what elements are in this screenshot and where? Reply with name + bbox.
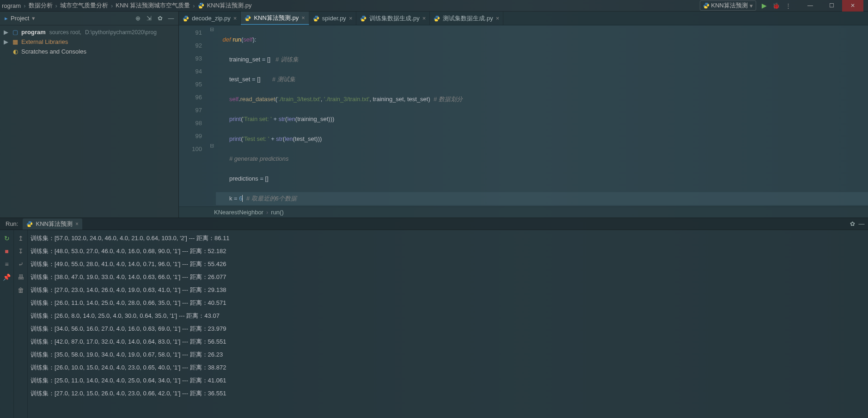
breadcrumb-item[interactable]: 城市空气质量分析 xyxy=(60,1,108,10)
code-line: predictions = [] xyxy=(216,172,868,185)
bug-icon: 🐞 xyxy=(772,2,780,9)
breadcrumb-item[interactable]: 数据分析 xyxy=(29,1,53,10)
soft-wrap-button[interactable]: ⤶ xyxy=(14,258,27,271)
minimize-button[interactable]: — xyxy=(800,0,821,12)
run-tab[interactable]: KNN算法预测 × xyxy=(23,218,82,230)
more-run-button[interactable]: ⋮ xyxy=(784,1,792,10)
line-number: 93 xyxy=(179,52,202,65)
layout-button[interactable]: ≡ xyxy=(0,258,13,271)
pin-button[interactable]: 📌 xyxy=(0,271,13,284)
python-file-icon xyxy=(703,2,709,9)
code-line: print('Test set: ' + str(len(test_set))) xyxy=(216,133,868,145)
close-icon[interactable]: × xyxy=(301,14,305,21)
window-buttons: — ☐ ✕ xyxy=(800,0,863,12)
project-view-dropdown[interactable]: ▸ Project ▾ xyxy=(3,14,131,23)
chevron-right-icon: ▶ xyxy=(4,38,9,45)
editor-tab[interactable]: spider.py× xyxy=(309,12,357,25)
print-button[interactable]: 🖶 xyxy=(14,271,27,284)
line-number: 91 xyxy=(179,26,202,39)
run-tab-label: KNN算法预测 xyxy=(36,220,72,228)
expand-icon[interactable]: ⇲ xyxy=(144,15,153,22)
tree-scratches[interactable]: ◐ Scratches and Consoles xyxy=(0,47,178,56)
fold-icon[interactable]: ⊟ xyxy=(208,143,216,156)
project-tool-window: ▸ Project ▾ ⊕ ⇲ ✿ — ▶ ▢ program sources … xyxy=(0,12,179,218)
top-breadcrumb-bar: rogram› 数据分析› 城市空气质量分析› KNN 算法预测城市空气质量› … xyxy=(0,0,868,12)
debug-button[interactable]: 🐞 xyxy=(772,1,780,10)
breadcrumb-item[interactable]: KNN 算法预测城市空气质量 xyxy=(116,1,190,10)
line-number: 97 xyxy=(179,104,202,117)
tab-label: KNN算法预测.py xyxy=(254,14,299,22)
close-icon[interactable]: × xyxy=(349,15,353,22)
console-line: 训练集：[34.0, 56.0, 16.0, 27.0, 4.0, 16.0, … xyxy=(31,322,865,335)
up-stack-button[interactable]: ↥ xyxy=(14,232,27,245)
console-output[interactable]: 训练集：[57.0, 102.0, 24.0, 46.0, 4.0, 21.0,… xyxy=(28,230,868,418)
close-button[interactable]: ✕ xyxy=(842,0,863,12)
line-number: 100 xyxy=(179,143,202,156)
svg-point-1 xyxy=(202,7,202,8)
chevron-down-icon: ▾ xyxy=(32,15,35,22)
code-body[interactable]: def run(self): training_set = [] # 训练集 t… xyxy=(216,25,868,206)
hide-icon[interactable]: — xyxy=(166,15,176,22)
svg-point-0 xyxy=(200,3,200,4)
editor-tab[interactable]: 测试集数据生成.py× xyxy=(430,12,503,25)
console-line: 训练集：[42.0, 87.0, 17.0, 32.0, 4.0, 14.0, … xyxy=(31,335,865,348)
close-icon[interactable]: × xyxy=(75,221,79,227)
blank-icon xyxy=(4,48,9,55)
run-button[interactable]: ▶ xyxy=(760,1,768,10)
tree-root[interactable]: ▶ ▢ program sources root, D:\python\pych… xyxy=(0,27,178,37)
console-line: 训练集：[48.0, 53.0, 27.0, 46.0, 4.0, 16.0, … xyxy=(31,245,865,258)
run-toolbar-left2: ↥ ↧ ⤶ 🖶 🗑 xyxy=(14,230,28,418)
chevron-right-icon: ▶ xyxy=(4,29,9,36)
close-icon[interactable]: × xyxy=(422,15,426,22)
locate-icon[interactable]: ⊕ xyxy=(133,15,142,22)
console-line: 训练集：[27.0, 23.0, 14.0, 26.0, 4.0, 19.0, … xyxy=(31,284,865,297)
stop-button[interactable]: ■ xyxy=(0,245,13,258)
rerun-button[interactable]: ↻ xyxy=(0,232,13,245)
breadcrumb[interactable]: rogram› 数据分析› 城市空气质量分析› KNN 算法预测城市空气质量› … xyxy=(2,1,700,10)
crumb-class[interactable]: KNearestNeighbor xyxy=(214,209,263,216)
python-file-icon xyxy=(360,15,367,22)
run-tool-window: Run: KNN算法预测 × ✿ — ↻ ■ ≡ 📌 ↥ ↧ ⤶ 🖶 🗑 训练集… xyxy=(0,218,868,418)
gear-icon[interactable]: ✿ xyxy=(848,220,857,227)
console-line: 训练集：[49.0, 55.0, 28.0, 41.0, 4.0, 14.0, … xyxy=(31,258,865,271)
crumb-function[interactable]: run() xyxy=(271,209,283,216)
code-line: print('Train set: ' + str(len(training_s… xyxy=(216,113,868,126)
hide-icon[interactable]: — xyxy=(857,220,866,227)
breadcrumb-file[interactable]: KNN算法预测.py xyxy=(207,1,252,10)
library-icon: ▦ xyxy=(11,38,19,45)
console-line: 训练集：[27.0, 12.0, 15.0, 26.0, 4.0, 23.0, … xyxy=(31,387,865,400)
editor-tab[interactable]: 训练集数据生成.py× xyxy=(356,12,430,25)
project-tree: ▶ ▢ program sources root, D:\python\pych… xyxy=(0,25,178,58)
gear-icon[interactable]: ✿ xyxy=(155,15,165,22)
console-line: 训练集：[25.0, 11.0, 14.0, 24.0, 4.0, 25.0, … xyxy=(31,374,865,387)
editor-tab[interactable]: KNN算法预测.py× xyxy=(241,12,309,25)
run-configuration[interactable]: KNN算法预测 ▾ xyxy=(700,0,756,11)
trash-button[interactable]: 🗑 xyxy=(14,284,27,297)
down-stack-button[interactable]: ↧ xyxy=(14,245,27,258)
main-split: ▸ Project ▾ ⊕ ⇲ ✿ — ▶ ▢ program sources … xyxy=(0,12,868,218)
breadcrumb-item[interactable]: rogram xyxy=(2,2,21,9)
editor-tabs: decode_zip.py×KNN算法预测.py×spider.py×训练集数据… xyxy=(179,12,868,25)
close-icon[interactable]: × xyxy=(233,15,237,22)
console-line: 训练集：[38.0, 47.0, 19.0, 33.0, 4.0, 14.0, … xyxy=(31,271,865,284)
python-file-icon xyxy=(245,15,251,21)
tree-external-libraries[interactable]: ▶ ▦ External Libraries xyxy=(0,37,178,47)
folder-icon: ▢ xyxy=(11,29,19,36)
tab-label: decode_zip.py xyxy=(192,15,231,22)
tree-label: External Libraries xyxy=(21,38,68,45)
editor-pane: decode_zip.py×KNN算法预测.py×spider.py×训练集数据… xyxy=(179,12,868,218)
tab-label: 训练集数据生成.py xyxy=(369,14,419,23)
code-editor[interactable]: 919293949596979899100 ⊟ ⊟ def run(self):… xyxy=(179,25,868,206)
project-view-label: Project xyxy=(11,15,29,22)
tree-root-path: D:\python\pycharm2020\prog xyxy=(85,29,157,36)
editor-tab[interactable]: decode_zip.py× xyxy=(179,12,241,25)
close-icon[interactable]: × xyxy=(496,15,500,22)
code-line: training_set = [] # 训练集 xyxy=(216,53,868,66)
tab-label: spider.py xyxy=(322,15,346,22)
maximize-button[interactable]: ☐ xyxy=(821,0,842,12)
fold-icon[interactable]: ⊟ xyxy=(208,26,216,39)
code-line: test_set = [] # 测试集 xyxy=(216,73,868,86)
structure-breadcrumb[interactable]: KNearestNeighbor › run() xyxy=(179,206,868,218)
line-number: 98 xyxy=(179,117,202,130)
scratch-icon: ◐ xyxy=(11,48,19,55)
